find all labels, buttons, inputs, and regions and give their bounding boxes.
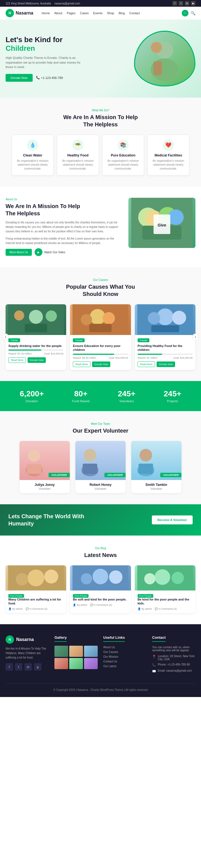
footer-col-links: Useful Links About Us Our Causes Our Mis… [103,636,147,675]
read-more-button-2[interactable]: Read More [73,362,90,367]
footer-link-5[interactable]: Our Latest [103,665,147,668]
nav-blog[interactable]: Blog [119,11,125,15]
stat-volunteers-number: 245+ [118,390,135,398]
nav-contact[interactable]: Contact [129,11,140,15]
hero-content: Let's be Kind for Children High Quality … [6,35,134,82]
cart-icon[interactable]: 🛒 [182,10,189,17]
cause-meta-3: Raised: $1 million Goal: $15,000.00 [138,356,193,359]
donate-button-2[interactable]: Donate Now [92,362,111,367]
footer-bottom: © Copyright 2024 | Nasarna - Charity Wor… [6,684,195,691]
phone-icon: 📞 [36,76,40,80]
feature-title-water: Clean Water [16,153,50,157]
stat-fund-label: Fund Raised [72,399,89,403]
comments-count-3: 0 Comments (0) [159,608,177,610]
cause-goal-1: Goal: $15,000.00 [44,352,63,355]
linkedin-icon[interactable]: in [185,1,189,6]
nav-home[interactable]: Home [41,11,50,15]
blog-comments-1: 💬 0 Comments (0) [26,608,48,610]
stat-fund-number: 80+ [72,390,89,398]
footer-twitter-icon[interactable]: t [15,663,22,671]
blog-card-3: Poor People Be kind for the poor people … [135,565,195,613]
author-name-3: By admin [142,608,152,610]
svg-point-13 [29,310,43,324]
cause-progress-bar-1 [8,349,63,350]
causes-header: Our Causes Popular Causes What YouShould… [6,278,195,298]
nav-shop[interactable]: Shop [107,11,114,15]
svg-point-20 [81,314,92,325]
donate-button-1[interactable]: Donate Now [28,357,46,363]
feature-card-medical: ❤️ Medical Facilities An organisation's … [147,135,189,176]
svg-rect-3 [153,61,162,75]
footer-google-icon[interactable]: g [34,663,41,671]
cause-progress-fill-1 [8,349,41,350]
address-text: 121 King Street Melbourne, Australia [6,2,51,5]
footer-logo-text: Nasarna [16,637,34,642]
blog-meta-3: 👤 By admin 💬 0 Comments (0) [138,608,193,610]
cause-progress-bar-2 [73,354,128,355]
logo[interactable]: N Nasarna [6,9,33,17]
gallery-item-4[interactable] [54,658,68,669]
svg-point-45 [154,569,170,585]
comments-icon-1: 💬 [26,608,29,610]
causes-label: Our Causes [6,278,195,281]
facebook-icon[interactable]: f [173,1,177,6]
svg-point-24 [148,312,160,324]
youtube-icon[interactable]: ▶ [191,1,195,6]
mission-label: What We Do? [6,109,195,112]
social-icons[interactable]: f t in ▶ [173,1,195,6]
svg-point-27 [28,450,40,462]
hero-buttons: Donate Now 📞 +1-123-456-789 [6,74,134,82]
carousel-prev-button[interactable]: ‹ [2,334,9,340]
svg-point-25 [172,311,186,325]
team-img-2: VOLUNTEER [75,441,125,480]
causes-section: Our Causes Popular Causes What YouShould… [0,267,201,381]
watch-video-button[interactable]: ▶ Watch Our Video [35,248,65,256]
footer-link-3[interactable]: Our Mission [103,655,147,658]
cause-raised-2: Raised: $9,30 million [73,356,96,359]
footer-link-2[interactable]: Our Causes [103,650,147,653]
food-icon: 🥗 [72,140,84,151]
gallery-item-2[interactable] [69,646,83,657]
nav-pages[interactable]: Pages [67,11,75,15]
blog-section: Our Blog Latest News Poor People Many Ch… [0,535,201,624]
cause-card-1: Cause Supply drinking water for the peop… [6,304,66,370]
donate-button[interactable]: Donate Now [6,74,33,82]
cause-badge-2: Cause [73,338,85,342]
gallery-item-5[interactable] [69,658,83,669]
svg-rect-32 [83,464,97,474]
logo-icon: N [6,9,14,17]
footer-contact-desc: You can contact with us, when something … [152,646,195,652]
team-role-2: Volunteer [78,487,123,490]
footer-instagram-icon[interactable]: in [25,663,32,671]
gallery-item-6[interactable] [84,658,98,669]
nav-about[interactable]: About [54,11,62,15]
footer: N Nasarna We Are In A Mission To Help Th… [0,624,201,697]
blog-title: Latest News [6,551,195,559]
read-more-button-1[interactable]: Read More [8,357,26,363]
nav-events[interactable]: Events [93,11,103,15]
team-card-3: VOLUNTEER Smith Tamkin Volunteer [131,441,181,493]
footer-facebook-icon[interactable]: f [6,663,13,671]
blog-label: Our Blog [6,547,195,550]
read-more-button-3[interactable]: Read More [138,362,155,367]
donate-button-3[interactable]: Donate Now [156,362,175,367]
footer-link-1[interactable]: About Us [103,646,147,649]
carousel-next-button[interactable]: › [192,334,199,340]
gallery-item-3[interactable] [84,646,98,657]
footer-link-4[interactable]: Contact Us [103,660,147,663]
nav-cart[interactable]: 🛒 🔍 [182,10,195,17]
volunteer-button[interactable]: Become A Volunteer [152,516,193,524]
footer-col-contact: Contact You can contact with us, when so… [152,636,195,675]
stats-section: 6,200+ Donation 80+ Fund Raised 245+ Vol… [0,381,201,411]
cause-progress-fill-3 [138,354,163,355]
more-about-button[interactable]: More About Us [6,249,32,256]
search-icon[interactable]: 🔍 [191,11,195,16]
footer-contact-phone: 📞 Phone: +1-23-456-789-98 [152,663,195,667]
copyright-text: © Copyright 2024 | Nasarna - Charity Wor… [53,688,148,691]
svg-point-19 [103,312,115,324]
twitter-icon[interactable]: t [179,1,183,6]
nav-cases[interactable]: Cases [80,11,88,15]
blog-body-2: Poor People Be soft and kind for the poo… [70,590,131,609]
gallery-item-1[interactable] [54,646,68,657]
about-image: Give [128,198,195,248]
